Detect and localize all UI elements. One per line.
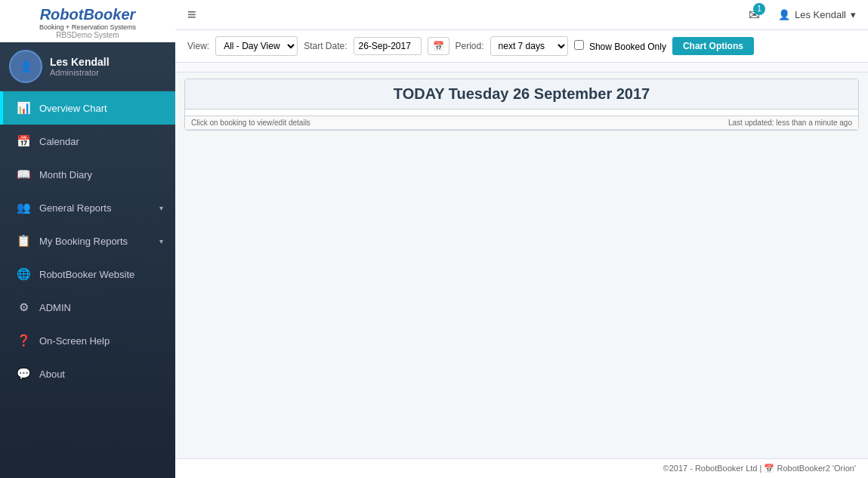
sidebar-item-my-booking-reports[interactable]: 📋 My Booking Reports ▾ — [0, 224, 175, 258]
nav-icon-overview-chart: 📊 — [15, 101, 32, 115]
show-booked-only-checkbox[interactable] — [574, 40, 584, 50]
nav-label-robotbooker-website: RobotBooker Website — [39, 269, 163, 280]
view-label: View: — [187, 41, 209, 51]
calendar-icon-button[interactable]: 📅 — [428, 37, 449, 55]
sidebar-user-role: Administrator — [50, 68, 166, 77]
notification-count: 1 — [753, 3, 765, 15]
nav-icon-on-screen-help: ❓ — [15, 334, 32, 347]
sidebar-user: 👤 Les Kendall Administrator — [0, 42, 175, 91]
user-menu-arrow: ▾ — [851, 9, 856, 20]
start-date-input[interactable] — [354, 37, 422, 55]
sidebar-item-general-reports[interactable]: 👥 General Reports ▾ — [0, 191, 175, 224]
nav-label-month-diary: Month Diary — [39, 169, 163, 180]
view-select[interactable]: All - Day View Room View User View — [215, 36, 298, 56]
nav-label-my-booking-reports: My Booking Reports — [39, 236, 159, 247]
sidebar-logo-title: RobotBooker — [9, 6, 166, 23]
nav-icon-month-diary: 📖 — [15, 168, 32, 181]
navigation-buttons — [175, 63, 868, 72]
menu-icon[interactable]: ≡ — [187, 6, 196, 23]
nav-arrow-general-reports: ▾ — [159, 204, 163, 212]
sidebar-item-overview-chart[interactable]: 📊 Overview Chart — [0, 91, 175, 125]
user-menu[interactable]: 👤 Les Kendall ▾ — [778, 9, 856, 20]
nav-icon-admin: ⚙ — [15, 301, 32, 314]
user-icon: 👤 — [778, 9, 790, 20]
show-booked-only-label: Show Booked Only — [574, 40, 666, 52]
sidebar-logo: RobotBooker Booking + Reservation System… — [0, 0, 175, 42]
nav-label-overview-chart: Overview Chart — [39, 103, 163, 114]
nav-label-admin: ADMIN — [39, 302, 163, 313]
calendar-header: TODAY Tuesday 26 September 2017 — [185, 79, 858, 109]
sidebar-item-on-screen-help[interactable]: ❓ On-Screen Help — [0, 324, 175, 357]
chart-options-button[interactable]: Chart Options — [672, 37, 754, 55]
sidebar-item-admin[interactable]: ⚙ ADMIN — [0, 291, 175, 324]
nav-label-about: About — [39, 369, 163, 380]
nav-icon-robotbooker-website: 🌐 — [15, 267, 32, 281]
topbar: ≡ ✉ 1 👤 Les Kendall ▾ — [175, 0, 868, 30]
footer-text: ©2017 - RobotBooker Ltd | 📅 RobotBooker2… — [663, 464, 856, 473]
legend-bar — [185, 109, 858, 116]
calendar-info-row: Click on booking to view/edit details La… — [185, 116, 858, 130]
controls-bar: View: All - Day View Room View User View… — [175, 30, 868, 63]
avatar: 👤 — [9, 50, 42, 83]
nav-arrow-my-booking-reports: ▾ — [159, 237, 163, 245]
sidebar-user-name: Les Kendall — [50, 56, 166, 68]
sidebar-user-info: Les Kendall Administrator — [50, 56, 166, 77]
user-menu-label: Les Kendall — [795, 9, 846, 20]
footer: ©2017 - RobotBooker Ltd | 📅 RobotBooker2… — [175, 458, 868, 478]
sidebar-logo-demo: RBSDemo System — [9, 31, 166, 39]
start-date-label: Start Date: — [304, 41, 347, 51]
nav-icon-general-reports: 👥 — [15, 201, 32, 214]
nav-label-calendar: Calendar — [39, 136, 163, 147]
calendar-area: TODAY Tuesday 26 September 2017 Click on… — [175, 72, 868, 458]
click-info: Click on booking to view/edit details — [191, 119, 310, 127]
sidebar-nav: 📊 Overview Chart 📅 Calendar 📖 Month Diar… — [0, 91, 175, 478]
sidebar-item-calendar[interactable]: 📅 Calendar — [0, 125, 175, 158]
sidebar: RobotBooker Booking + Reservation System… — [0, 0, 175, 478]
period-label: Period: — [456, 41, 484, 51]
sidebar-logo-subtitle: Booking + Reservation Systems — [9, 23, 166, 31]
sidebar-item-about[interactable]: 💬 About — [0, 357, 175, 390]
nav-label-on-screen-help: On-Screen Help — [39, 335, 163, 347]
notification-bell[interactable]: ✉ 1 — [749, 7, 760, 23]
last-updated: Last updated: less than a minute ago — [728, 119, 852, 127]
calendar-title: TODAY Tuesday 26 September 2017 — [191, 85, 852, 103]
sidebar-item-month-diary[interactable]: 📖 Month Diary — [0, 158, 175, 191]
nav-icon-my-booking-reports: 📋 — [15, 234, 32, 248]
nav-icon-calendar: 📅 — [15, 134, 32, 148]
nav-label-general-reports: General Reports — [39, 202, 159, 214]
main-content: ≡ ✉ 1 👤 Les Kendall ▾ View: All - Day Vi… — [175, 0, 868, 478]
calendar-container: TODAY Tuesday 26 September 2017 Click on… — [184, 79, 859, 131]
sidebar-item-robotbooker-website[interactable]: 🌐 RobotBooker Website — [0, 258, 175, 291]
period-select[interactable]: next 7 days next 14 days next 30 days — [490, 36, 568, 56]
nav-icon-about: 💬 — [15, 367, 32, 381]
